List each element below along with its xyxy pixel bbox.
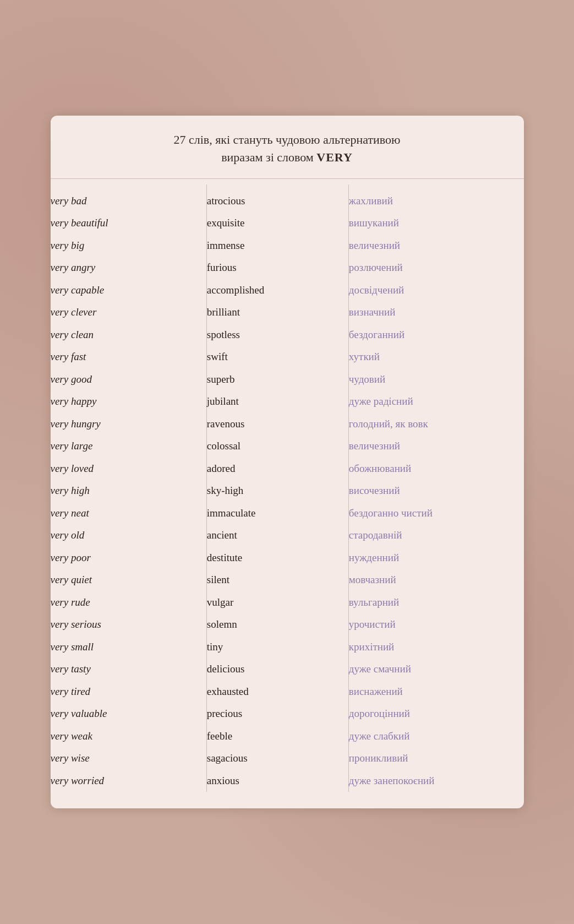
ukrainian-cell: крихітний — [348, 636, 523, 659]
ukrainian-cell: стародавній — [348, 524, 523, 547]
table-row: very wisesagaciousпроникливий — [51, 747, 524, 770]
ukrainian-cell: дорогоцінний — [348, 703, 523, 725]
table-row: very quietsilentмовчазний — [51, 569, 524, 591]
synonym-cell: furious — [206, 257, 348, 279]
synonym-cell: vulgar — [206, 591, 348, 614]
table-row: very worriedanxiousдуже занепокоєний — [51, 770, 524, 792]
table-row: very largecolossalвеличезний — [51, 435, 524, 458]
title-line1: 27 слів, які стануть чудовою альтернатив… — [173, 133, 400, 146]
english-cell: very small — [51, 636, 207, 659]
vocab-table: very badatrociousжахливийvery beautifule… — [51, 184, 524, 792]
ukrainian-cell: мовчазний — [348, 569, 523, 591]
synonym-cell: spotless — [206, 324, 348, 346]
english-cell: very quiet — [51, 569, 207, 591]
english-cell: very angry — [51, 257, 207, 279]
english-cell: very happy — [51, 390, 207, 413]
english-cell: very capable — [51, 279, 207, 302]
english-cell: very good — [51, 368, 207, 391]
english-cell: very neat — [51, 502, 207, 525]
table-row: very cleanspotlessбездоганний — [51, 324, 524, 346]
table-row: very goodsuperbчудовий — [51, 368, 524, 391]
synonym-cell: adored — [206, 458, 348, 480]
table-row: very capableaccomplishedдосвідчений — [51, 279, 524, 302]
synonym-cell: destitute — [206, 547, 348, 569]
synonym-cell: accomplished — [206, 279, 348, 302]
english-cell: very rude — [51, 591, 207, 614]
synonym-cell: solemn — [206, 613, 348, 636]
synonym-cell: swift — [206, 346, 348, 368]
ukrainian-cell: нужденний — [348, 547, 523, 569]
table-row: very angryfuriousрозлючений — [51, 257, 524, 279]
table-row: very neatimmaculateбездоганно чистий — [51, 502, 524, 525]
synonym-cell: jubilant — [206, 390, 348, 413]
english-cell: very high — [51, 480, 207, 502]
main-card: 27 слів, які стануть чудовою альтернатив… — [51, 116, 524, 808]
english-cell: very large — [51, 435, 207, 458]
ukrainian-cell: виснажений — [348, 681, 523, 703]
english-cell: very big — [51, 235, 207, 257]
synonym-cell: sagacious — [206, 747, 348, 770]
table-row: very oldancientстародавній — [51, 524, 524, 547]
ukrainian-cell: височезний — [348, 480, 523, 502]
ukrainian-cell: величезний — [348, 235, 523, 257]
english-cell: very weak — [51, 725, 207, 748]
synonym-cell: immense — [206, 235, 348, 257]
synonym-cell: precious — [206, 703, 348, 725]
english-cell: very worried — [51, 770, 207, 792]
synonym-cell: exhausted — [206, 681, 348, 703]
table-row: very serioussolemnурочистий — [51, 613, 524, 636]
ukrainian-cell: урочистий — [348, 613, 523, 636]
synonym-cell: sky-high — [206, 480, 348, 502]
synonym-cell: atrocious — [206, 184, 348, 213]
english-cell: very bad — [51, 184, 207, 213]
ukrainian-cell: голодний, як вовк — [348, 413, 523, 436]
ukrainian-cell: досвідчений — [348, 279, 523, 302]
ukrainian-cell: проникливий — [348, 747, 523, 770]
table-row: very poordestituteнужденний — [51, 547, 524, 569]
ukrainian-cell: хуткий — [348, 346, 523, 368]
table-row: very lovedadoredобожнюваний — [51, 458, 524, 480]
table-row: very tiredexhaustedвиснажений — [51, 681, 524, 703]
ukrainian-cell: обожнюваний — [348, 458, 523, 480]
table-row: very valuablepreciousдорогоцінний — [51, 703, 524, 725]
synonym-cell: tiny — [206, 636, 348, 659]
table-row: very rudevulgarвульгарний — [51, 591, 524, 614]
english-cell: very fast — [51, 346, 207, 368]
table-row: very tastydeliciousдуже смачний — [51, 658, 524, 681]
table-row: very fastswiftхуткий — [51, 346, 524, 368]
ukrainian-cell: вульгарний — [348, 591, 523, 614]
ukrainian-cell: дуже смачний — [348, 658, 523, 681]
synonym-cell: silent — [206, 569, 348, 591]
table-row: very weakfeebleдуже слабкий — [51, 725, 524, 748]
english-cell: very loved — [51, 458, 207, 480]
synonym-cell: ravenous — [206, 413, 348, 436]
english-cell: very hungry — [51, 413, 207, 436]
table-row: very badatrociousжахливий — [51, 184, 524, 213]
table-row: very happyjubilantдуже радісний — [51, 390, 524, 413]
english-cell: very tired — [51, 681, 207, 703]
ukrainian-cell: бездоганно чистий — [348, 502, 523, 525]
ukrainian-cell: дуже радісний — [348, 390, 523, 413]
synonym-cell: delicious — [206, 658, 348, 681]
english-cell: very beautiful — [51, 212, 207, 235]
synonym-cell: brilliant — [206, 301, 348, 324]
table-row: very cleverbrilliantвизначний — [51, 301, 524, 324]
english-cell: very poor — [51, 547, 207, 569]
synonym-cell: immaculate — [206, 502, 348, 525]
ukrainian-cell: бездоганний — [348, 324, 523, 346]
synonym-cell: colossal — [206, 435, 348, 458]
card-title: 27 слів, які стануть чудовою альтернатив… — [73, 131, 502, 166]
table-row: very highsky-highвисочезний — [51, 480, 524, 502]
table-row: very beautifulexquisiteвишуканий — [51, 212, 524, 235]
ukrainian-cell: розлючений — [348, 257, 523, 279]
ukrainian-cell: вишуканий — [348, 212, 523, 235]
title-line2: виразам зі словом — [221, 150, 316, 164]
english-cell: very old — [51, 524, 207, 547]
ukrainian-cell: жахливий — [348, 184, 523, 213]
ukrainian-cell: величезний — [348, 435, 523, 458]
table-row: very smalltinyкрихітний — [51, 636, 524, 659]
english-cell: very serious — [51, 613, 207, 636]
english-cell: very valuable — [51, 703, 207, 725]
english-cell: very tasty — [51, 658, 207, 681]
synonym-cell: superb — [206, 368, 348, 391]
